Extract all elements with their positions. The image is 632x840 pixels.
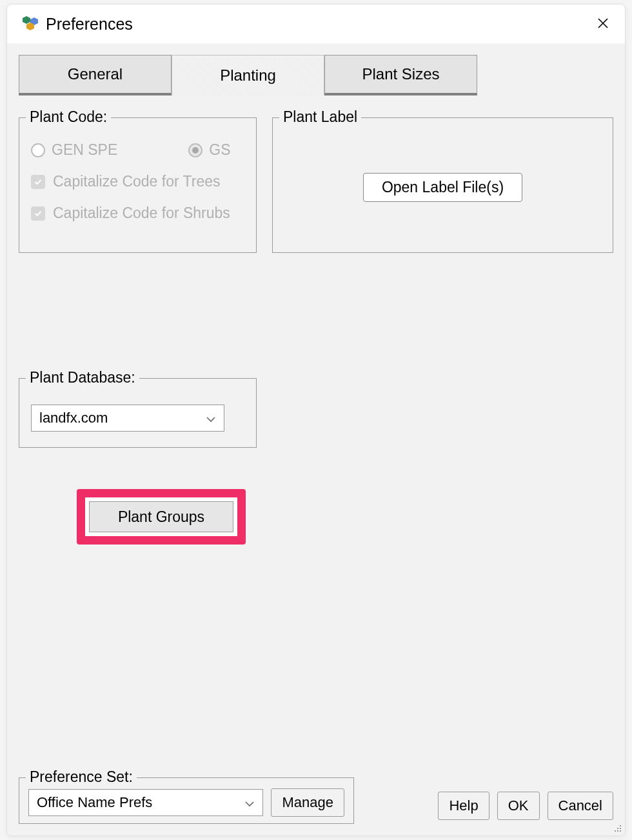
- plant-groups-highlight-inner: Plant Groups: [85, 497, 237, 536]
- plant-database-fieldset: Plant Database: landfx.com: [19, 378, 257, 448]
- button-label: Cancel: [558, 797, 602, 814]
- plant-label-legend: Plant Label: [279, 108, 361, 126]
- plant-code-fieldset: Plant Code: GEN SPE GS Capitalize: [19, 117, 257, 253]
- window-title: Preferences: [46, 15, 133, 34]
- close-button[interactable]: [591, 11, 615, 37]
- help-button[interactable]: Help: [438, 792, 489, 820]
- preferences-window: Preferences General Planting Plant Sizes…: [6, 4, 626, 836]
- button-label: OK: [508, 797, 529, 814]
- radio-gen-spe[interactable]: GEN SPE: [31, 141, 117, 159]
- radio-gs[interactable]: GS: [188, 141, 230, 159]
- chevron-down-icon: [244, 794, 255, 811]
- button-label: Help: [449, 797, 478, 814]
- radio-label: GEN SPE: [52, 141, 117, 159]
- resize-grip-icon[interactable]: [613, 824, 622, 833]
- checkbox-label: Capitalize Code for Shrubs: [53, 205, 230, 222]
- plant-groups-highlight: Plant Groups: [77, 489, 246, 545]
- button-label: Manage: [282, 794, 333, 810]
- check-icon: [31, 206, 45, 221]
- tab-plant-sizes[interactable]: Plant Sizes: [324, 55, 477, 95]
- plant-code-legend: Plant Code:: [26, 108, 111, 126]
- preference-set-fieldset: Preference Set: Office Name Prefs Manage: [19, 777, 354, 824]
- checkbox-label: Capitalize Code for Trees: [53, 173, 221, 190]
- select-value: landfx.com: [39, 410, 108, 426]
- preference-set-select[interactable]: Office Name Prefs: [28, 789, 263, 816]
- tab-label: Planting: [220, 66, 276, 85]
- radio-icon: [188, 143, 202, 157]
- tab-planting[interactable]: Planting: [172, 55, 324, 95]
- chevron-down-icon: [206, 410, 216, 426]
- select-value: Office Name Prefs: [37, 794, 152, 811]
- button-label: Plant Groups: [118, 508, 204, 525]
- radio-icon: [31, 143, 45, 157]
- cancel-button[interactable]: Cancel: [548, 792, 613, 820]
- titlebar: Preferences: [7, 5, 625, 43]
- tab-label: Plant Sizes: [362, 65, 439, 83]
- check-icon: [31, 175, 45, 189]
- tab-label: General: [68, 65, 123, 83]
- checkbox-cap-shrubs[interactable]: Capitalize Code for Shrubs: [31, 205, 244, 222]
- tab-general[interactable]: General: [19, 55, 172, 95]
- open-label-files-button[interactable]: Open Label File(s): [363, 173, 522, 202]
- plant-database-select[interactable]: landfx.com: [31, 405, 224, 432]
- checkbox-cap-trees[interactable]: Capitalize Code for Trees: [31, 173, 244, 190]
- plant-database-legend: Plant Database:: [26, 369, 139, 386]
- content-area: General Planting Plant Sizes Plant Code:…: [7, 43, 625, 835]
- preference-set-legend: Preference Set:: [26, 768, 137, 786]
- tabs: General Planting Plant Sizes: [19, 43, 613, 95]
- ok-button[interactable]: OK: [497, 792, 540, 820]
- manage-button[interactable]: Manage: [271, 788, 344, 817]
- app-icon: [21, 14, 39, 34]
- plant-groups-button[interactable]: Plant Groups: [89, 501, 233, 532]
- dialog-buttons: Help OK Cancel: [438, 792, 613, 820]
- plant-label-fieldset: Plant Label Open Label File(s): [272, 117, 613, 253]
- button-label: Open Label File(s): [382, 179, 504, 195]
- radio-label: GS: [209, 141, 230, 159]
